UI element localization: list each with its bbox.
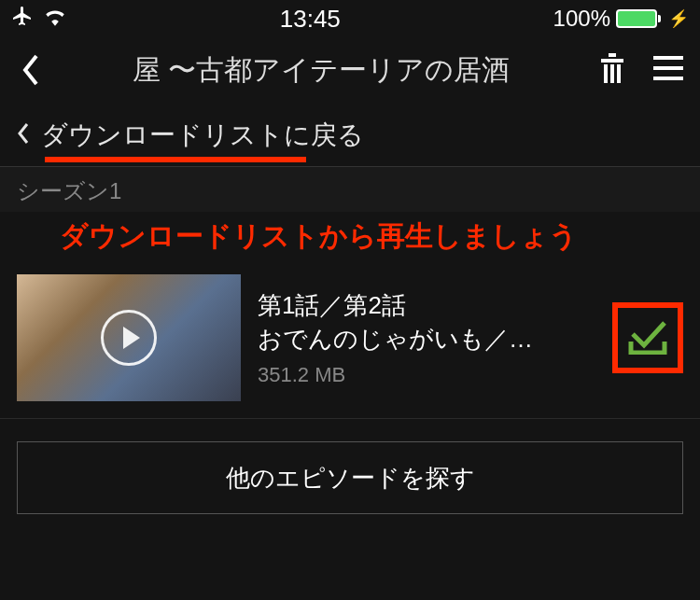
play-icon xyxy=(101,310,157,366)
status-bar: 13:45 100% ⚡ xyxy=(0,0,700,37)
status-time: 13:45 xyxy=(67,5,553,34)
svg-rect-0 xyxy=(601,59,623,63)
chevron-left-icon xyxy=(17,122,30,148)
wifi-icon xyxy=(43,6,67,32)
episode-info: 第1話／第2話 おでんのじゃがいも／… 351.2 MB xyxy=(258,288,595,386)
more-episodes-label: 他のエピソードを探す xyxy=(226,462,475,495)
svg-rect-3 xyxy=(610,64,614,83)
episode-title: 第1話／第2話 xyxy=(258,288,595,322)
svg-rect-1 xyxy=(609,53,616,57)
status-left xyxy=(11,5,67,33)
breadcrumb-label: ダウンロードリストに戻る xyxy=(41,118,364,153)
svg-rect-2 xyxy=(604,64,608,83)
svg-rect-4 xyxy=(617,64,621,83)
charging-icon: ⚡ xyxy=(668,8,689,29)
episode-size: 351.2 MB xyxy=(258,363,595,387)
svg-rect-5 xyxy=(653,56,683,60)
download-complete-icon[interactable] xyxy=(627,317,668,358)
page-title: 屋 〜古都アイテーリアの居酒 xyxy=(63,51,579,90)
battery-percent: 100% xyxy=(553,6,610,32)
trash-icon[interactable] xyxy=(597,51,627,89)
back-button[interactable] xyxy=(17,51,45,89)
battery-icon xyxy=(616,9,661,28)
breadcrumb[interactable]: ダウンロードリストに戻る xyxy=(0,103,700,166)
svg-rect-7 xyxy=(653,77,683,80)
annotation-underline xyxy=(45,157,306,162)
episode-row[interactable]: 第1話／第2話 おでんのじゃがいも／… 351.2 MB xyxy=(0,263,700,419)
svg-rect-6 xyxy=(653,66,683,70)
annotation-text: ダウンロードリストから再生しましょう xyxy=(0,212,700,263)
season-label: シーズン1 xyxy=(0,166,700,212)
episode-subtitle: おでんのじゃがいも／… xyxy=(258,323,595,356)
airplane-icon xyxy=(11,5,34,33)
nav-bar: 屋 〜古都アイテーリアの居酒 xyxy=(0,37,700,103)
annotation-highlight-box xyxy=(612,302,683,373)
status-right: 100% ⚡ xyxy=(553,6,689,32)
more-episodes-button[interactable]: 他のエピソードを探す xyxy=(17,441,683,514)
episode-thumbnail[interactable] xyxy=(17,274,241,401)
menu-icon[interactable] xyxy=(653,56,683,84)
